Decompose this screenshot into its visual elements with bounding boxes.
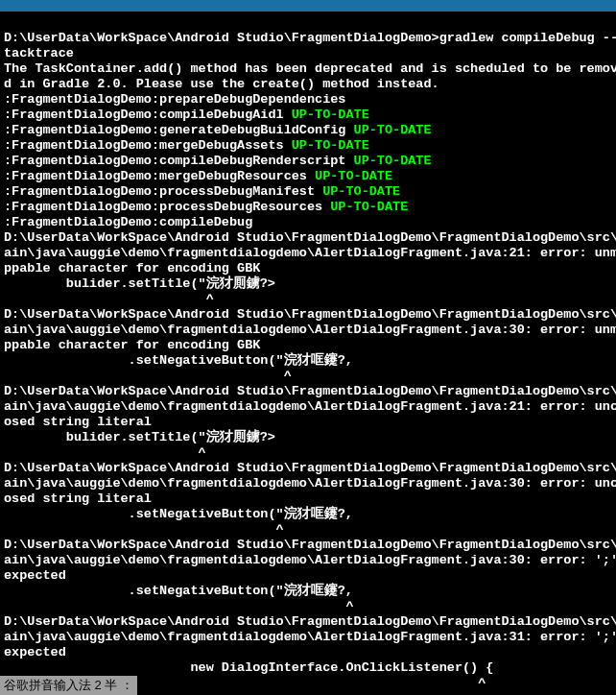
terminal-text: UP-TO-DATE	[354, 123, 432, 137]
terminal-line: D:\UserData\WorkSpace\Android Studio\Fra…	[4, 538, 612, 553]
terminal-line: .setNegativeButton("浣犲哐鑳?,	[4, 353, 612, 369]
terminal-text: D:\UserData\WorkSpace\Android Studio\Fra…	[4, 384, 616, 398]
terminal-line: ^	[4, 599, 612, 614]
terminal-line: ain\java\auggie\demo\fragmentdialogdemo\…	[4, 323, 612, 338]
terminal-text: :FragmentDialogDemo:compileDebug	[4, 215, 252, 229]
terminal-text: .setNegativeButton("浣犲哐鑳?,	[4, 584, 353, 598]
terminal-line: expected	[4, 568, 612, 584]
terminal-text: :FragmentDialogDemo:compileDebugAidl	[4, 108, 292, 122]
terminal-line: osed string literal	[4, 491, 612, 507]
terminal-text: :FragmentDialogDemo:mergeDebugResources	[4, 169, 315, 183]
terminal-line: ^	[4, 522, 612, 538]
terminal-text: .setNegativeButton("浣犲哐鑳?,	[4, 507, 353, 521]
terminal-text: UP-TO-DATE	[315, 169, 392, 183]
terminal-text: ain\java\auggie\demo\fragmentdialogdemo\…	[4, 246, 616, 260]
terminal-line: D:\UserData\WorkSpace\Android Studio\Fra…	[4, 384, 612, 399]
terminal-text: ^	[4, 369, 292, 383]
terminal-line: osed string literal	[4, 415, 612, 430]
terminal-text: d in Gradle 2.0. Please use the create()…	[4, 77, 439, 91]
ime-status-bar: 谷歌拼音输入法 2 半 ：	[0, 676, 137, 695]
terminal-text: D:\UserData\WorkSpace\Android Studio\Fra…	[4, 538, 616, 552]
terminal-line: D:\UserData\WorkSpace\Android Studio\Fra…	[4, 614, 612, 630]
terminal-text: expected	[4, 645, 66, 659]
terminal-line: D:\UserData\WorkSpace\Android Studio\Fra…	[4, 307, 612, 323]
terminal-text: D:\UserData\WorkSpace\Android Studio\Fra…	[4, 307, 616, 322]
terminal-line: :FragmentDialogDemo:prepareDebugDependen…	[4, 92, 612, 108]
terminal-line: .setNegativeButton("浣犲哐鑳?,	[4, 507, 612, 522]
terminal-text: :FragmentDialogDemo:prepareDebugDependen…	[4, 92, 345, 107]
terminal-line: ain\java\auggie\demo\fragmentdialogdemo\…	[4, 476, 612, 491]
terminal-text: ^	[4, 292, 214, 306]
terminal-text: osed string literal	[4, 491, 152, 506]
title-bar	[0, 0, 616, 12]
terminal-line: bulider.setTitle("浣犲厠鐪?>	[4, 276, 612, 292]
terminal-output[interactable]: D:\UserData\WorkSpace\Android Studio\Fra…	[0, 12, 616, 695]
terminal-line: :FragmentDialogDemo:processDebugResource…	[4, 200, 612, 215]
terminal-text	[4, 15, 12, 30]
terminal-line: :FragmentDialogDemo:processDebugManifest…	[4, 184, 612, 200]
terminal-text: bulider.setTitle("浣犲厠鐪?>	[4, 430, 275, 444]
terminal-line: ^	[4, 292, 612, 307]
terminal-text: ain\java\auggie\demo\fragmentdialogdemo\…	[4, 553, 616, 567]
terminal-text: ^	[4, 599, 354, 613]
terminal-text: ain\java\auggie\demo\fragmentdialogdemo\…	[4, 476, 616, 491]
terminal-line: d in Gradle 2.0. Please use the create()…	[4, 77, 612, 92]
terminal-text: UP-TO-DATE	[322, 184, 400, 199]
terminal-text: expected	[4, 568, 66, 583]
terminal-text: :FragmentDialogDemo:mergeDebugAssets	[4, 138, 292, 153]
terminal-line: bulider.setTitle("浣犲厠鐪?>	[4, 430, 612, 445]
terminal-text: The TaskContainer.add() method has been …	[4, 61, 616, 76]
terminal-text: UP-TO-DATE	[330, 200, 408, 214]
terminal-line: :FragmentDialogDemo:compileDebug	[4, 215, 612, 230]
terminal-line: tacktrace	[4, 46, 612, 61]
terminal-line: ^	[4, 369, 612, 384]
terminal-text: D:\UserData\WorkSpace\Android Studio\Fra…	[4, 461, 616, 475]
terminal-text: UP-TO-DATE	[354, 154, 432, 168]
terminal-line	[4, 15, 612, 31]
terminal-text: :FragmentDialogDemo:processDebugManifest	[4, 184, 322, 199]
terminal-text: ain\java\auggie\demo\fragmentdialogdemo\…	[4, 323, 616, 337]
terminal-text: ppable character for encoding GBK	[4, 261, 260, 276]
terminal-line: new DialogInterface.OnClickListener() {	[4, 660, 612, 676]
terminal-text: :FragmentDialogDemo:generateDebugBuildCo…	[4, 123, 354, 137]
terminal-line: D:\UserData\WorkSpace\Android Studio\Fra…	[4, 31, 612, 46]
terminal-line: ain\java\auggie\demo\fragmentdialogdemo\…	[4, 246, 612, 261]
terminal-text: osed string literal	[4, 415, 152, 429]
terminal-text: D:\UserData\WorkSpace\Android Studio\Fra…	[4, 31, 616, 45]
terminal-line: :FragmentDialogDemo:generateDebugBuildCo…	[4, 123, 612, 138]
terminal-line: D:\UserData\WorkSpace\Android Studio\Fra…	[4, 230, 612, 246]
terminal-line: :FragmentDialogDemo:mergeDebugAssets UP-…	[4, 138, 612, 154]
terminal-line: ppable character for encoding GBK	[4, 261, 612, 276]
terminal-text: :FragmentDialogDemo:compileDebugRendersc…	[4, 154, 354, 168]
terminal-text: ^	[4, 445, 206, 460]
terminal-text: :FragmentDialogDemo:processDebugResource…	[4, 200, 330, 214]
terminal-line: ^	[4, 445, 612, 461]
terminal-text: ain\java\auggie\demo\fragmentdialogdemo\…	[4, 630, 616, 644]
terminal-text: D:\UserData\WorkSpace\Android Studio\Fra…	[4, 614, 616, 629]
terminal-line: The TaskContainer.add() method has been …	[4, 61, 612, 77]
terminal-text: ain\java\auggie\demo\fragmentdialogdemo\…	[4, 399, 616, 414]
terminal-line: ain\java\auggie\demo\fragmentdialogdemo\…	[4, 553, 612, 568]
terminal-text: ppable character for encoding GBK	[4, 338, 260, 352]
terminal-text: new DialogInterface.OnClickListener() {	[4, 660, 493, 675]
terminal-line: ain\java\auggie\demo\fragmentdialogdemo\…	[4, 630, 612, 645]
terminal-text: ^	[4, 522, 284, 537]
terminal-text: UP-TO-DATE	[292, 108, 369, 122]
terminal-line: ppable character for encoding GBK	[4, 338, 612, 353]
terminal-line: ain\java\auggie\demo\fragmentdialogdemo\…	[4, 399, 612, 415]
terminal-line: expected	[4, 645, 612, 660]
terminal-line: :FragmentDialogDemo:compileDebugAidl UP-…	[4, 108, 612, 123]
terminal-line: .setNegativeButton("浣犲哐鑳?,	[4, 584, 612, 599]
terminal-line: :FragmentDialogDemo:compileDebugRendersc…	[4, 154, 612, 169]
terminal-text: tacktrace	[4, 46, 74, 60]
terminal-line: :FragmentDialogDemo:mergeDebugResources …	[4, 169, 612, 184]
terminal-text: .setNegativeButton("浣犲哐鑳?,	[4, 353, 353, 368]
terminal-text: UP-TO-DATE	[292, 138, 369, 153]
terminal-line: D:\UserData\WorkSpace\Android Studio\Fra…	[4, 461, 612, 476]
terminal-text: D:\UserData\WorkSpace\Android Studio\Fra…	[4, 230, 616, 245]
terminal-text: bulider.setTitle("浣犲厠鐪?>	[4, 276, 275, 291]
